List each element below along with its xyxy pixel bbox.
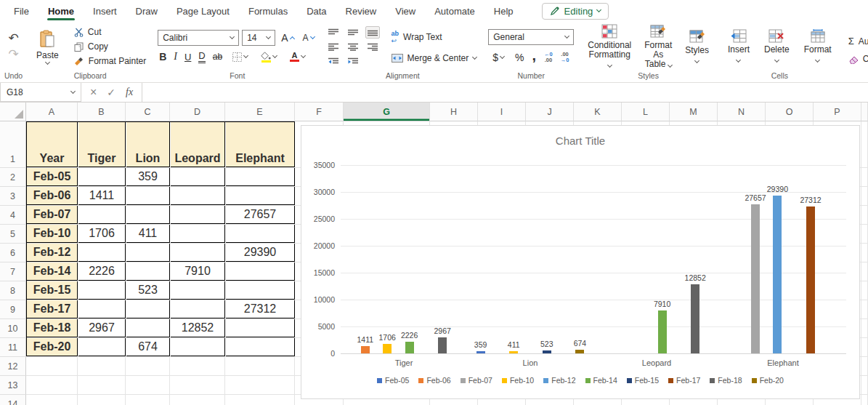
table-cell[interactable]: [78, 206, 126, 224]
table-cell[interactable]: [226, 225, 295, 243]
worksheet[interactable]: ABCDEFGHIJKLMNOP 1234567891011121314 Yea…: [0, 103, 868, 405]
table-cell[interactable]: [226, 262, 295, 281]
tab-help[interactable]: Help: [484, 0, 523, 22]
cut-button[interactable]: Cut: [71, 26, 105, 39]
double-underline-button[interactable]: D: [198, 50, 205, 63]
table-cell[interactable]: 7910: [171, 262, 225, 281]
tab-file[interactable]: File: [4, 0, 38, 22]
undo-icon[interactable]: ↶: [8, 33, 18, 44]
table-header-cell[interactable]: Year: [27, 122, 78, 167]
bar-Feb-14-Leopard[interactable]: [658, 310, 667, 353]
paste-button[interactable]: Paste: [31, 29, 64, 65]
percent-format-button[interactable]: %: [515, 52, 524, 63]
table-cell[interactable]: [126, 262, 170, 281]
column-header-E[interactable]: E: [225, 103, 295, 121]
conditional-formatting-button[interactable]: ConditionalFormatting: [583, 23, 636, 70]
table-cell[interactable]: [126, 300, 170, 318]
bar-Feb-10-Tiger[interactable]: [383, 344, 392, 353]
insert-function-icon[interactable]: fx: [126, 87, 133, 98]
font-name-combobox[interactable]: Calibri: [158, 30, 239, 46]
column-header-A[interactable]: A: [26, 103, 78, 121]
table-cell[interactable]: [78, 338, 126, 356]
enter-check-icon[interactable]: ✓: [107, 87, 115, 98]
table-cell[interactable]: [171, 168, 225, 186]
table-cell[interactable]: [126, 187, 170, 205]
increase-font-size-button[interactable]: A: [278, 31, 296, 45]
bar-Feb-05-Lion[interactable]: [476, 351, 485, 353]
legend-item-Feb-06[interactable]: Feb-06: [418, 376, 450, 385]
table-cell[interactable]: 27657: [226, 206, 295, 224]
row-header-13[interactable]: 13: [0, 376, 26, 395]
tab-draw[interactable]: Draw: [126, 0, 167, 22]
row-header-6[interactable]: 6: [0, 244, 26, 262]
table-cell[interactable]: [171, 338, 225, 356]
table-cell[interactable]: Feb-14: [27, 262, 78, 281]
column-header-H[interactable]: H: [430, 103, 478, 121]
table-cell[interactable]: 411: [126, 225, 170, 243]
column-header-N[interactable]: N: [718, 103, 766, 121]
tab-page-layout[interactable]: Page Layout: [167, 0, 239, 22]
chart-title[interactable]: Chart Title: [301, 135, 859, 147]
bar-Feb-10-Lion[interactable]: [509, 351, 518, 353]
table-cell[interactable]: 29390: [226, 244, 295, 262]
delete-cells-button[interactable]: Delete: [759, 28, 795, 65]
table-cell[interactable]: 2967: [78, 319, 126, 337]
row-header-10[interactable]: 10: [0, 319, 26, 338]
table-header-cell[interactable]: Lion: [126, 122, 170, 167]
bar-Feb-12-Elephant[interactable]: [773, 196, 782, 353]
legend-item-Feb-12[interactable]: Feb-12: [543, 376, 575, 385]
legend-item-Feb-05[interactable]: Feb-05: [377, 376, 409, 385]
column-header-J[interactable]: J: [526, 103, 574, 121]
table-cell[interactable]: [126, 244, 170, 262]
table-cell[interactable]: Feb-18: [27, 319, 78, 337]
bar-Feb-18-Tiger[interactable]: [438, 337, 447, 353]
table-cell[interactable]: [126, 319, 170, 337]
font-size-combobox[interactable]: 14: [242, 30, 275, 46]
borders-button[interactable]: [230, 51, 251, 63]
tab-review[interactable]: Review: [336, 0, 386, 22]
table-cell[interactable]: [171, 281, 225, 300]
bar-Feb-20-Lion[interactable]: [575, 350, 584, 353]
underline-button[interactable]: U: [184, 52, 191, 63]
table-header-cell[interactable]: Elephant: [226, 122, 295, 167]
table-cell[interactable]: Feb-05: [27, 168, 78, 186]
format-cells-button[interactable]: Format: [799, 28, 837, 65]
table-cell[interactable]: [171, 300, 225, 318]
align-middle-button[interactable]: [346, 26, 360, 39]
italic-button[interactable]: I: [174, 51, 177, 63]
legend-item-Feb-20[interactable]: Feb-20: [752, 376, 784, 385]
table-cell[interactable]: [226, 187, 295, 205]
legend-item-Feb-15[interactable]: Feb-15: [627, 376, 659, 385]
select-all-corner[interactable]: [0, 103, 26, 121]
chart-legend[interactable]: Feb-05Feb-06Feb-07Feb-10Feb-12Feb-14Feb-…: [301, 376, 859, 385]
tab-data[interactable]: Data: [297, 0, 336, 22]
autosum-button[interactable]: Σ AutoSum: [845, 35, 868, 48]
column-header-G[interactable]: G: [344, 103, 430, 121]
column-header-L[interactable]: L: [622, 103, 670, 121]
row-header-2[interactable]: 2: [0, 168, 26, 187]
format-painter-button[interactable]: Format Painter: [71, 55, 149, 68]
clear-button[interactable]: Clear: [845, 53, 868, 65]
bar-Feb-14-Tiger[interactable]: [405, 342, 414, 353]
align-top-button[interactable]: [326, 26, 341, 39]
row-header-9[interactable]: 9: [0, 300, 26, 319]
table-cell[interactable]: [78, 244, 126, 262]
legend-item-Feb-07[interactable]: Feb-07: [461, 376, 492, 385]
row-header-4[interactable]: 4: [0, 206, 26, 225]
table-cell[interactable]: 2226: [78, 262, 126, 281]
table-cell[interactable]: 12852: [171, 319, 225, 337]
decrease-font-size-button[interactable]: A: [300, 31, 317, 44]
decrease-decimal-button[interactable]: .00→0: [561, 52, 569, 63]
tab-formulas[interactable]: Formulas: [239, 0, 297, 22]
column-header-I[interactable]: I: [478, 103, 526, 121]
row-header-12[interactable]: 12: [0, 357, 26, 376]
legend-item-Feb-10[interactable]: Feb-10: [502, 376, 534, 385]
row-header-14[interactable]: 14: [0, 395, 26, 405]
table-cell[interactable]: [226, 281, 295, 300]
editing-mode-button[interactable]: Editing: [542, 3, 609, 20]
table-cell[interactable]: [78, 281, 126, 300]
table-cell[interactable]: [126, 206, 170, 224]
table-cell[interactable]: 523: [126, 281, 170, 300]
format-as-table-button[interactable]: Format AsTable: [639, 23, 677, 70]
table-header-cell[interactable]: Leopard: [171, 122, 225, 167]
